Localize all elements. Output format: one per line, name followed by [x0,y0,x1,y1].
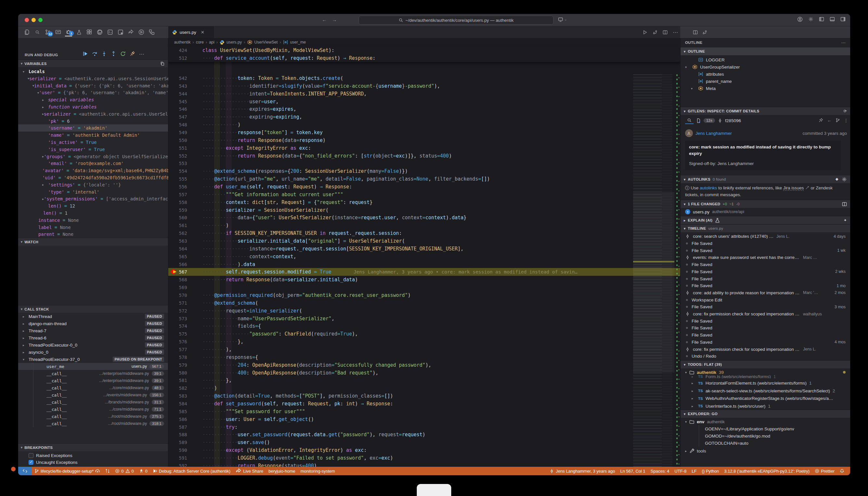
outline-item-parent_name[interactable]: parent_name [691,78,732,85]
variable-row[interactable]: ▾serializer = <authentik.core.api.users.… [18,75,168,82]
code-line-577[interactable]: 577········), [168,346,680,353]
breadcrumb-item[interactable]: UserViewSet [254,40,278,45]
breadcrumb[interactable]: authentik›core›api›users.py›UserViewSet›… [168,38,680,46]
comments-icon[interactable] [117,28,124,36]
language-mode[interactable]: {} Python [702,469,719,474]
code-line-576[interactable]: 576············}, [168,338,680,346]
code-line-552[interactable]: 552············return Response(data={"no… [168,152,680,160]
variable-row[interactable]: ▸'system_permissions' = ['access_admin_i… [18,195,168,202]
settings-gear-icon[interactable] [808,17,813,22]
code-line-553[interactable]: 553 [168,159,680,167]
restart-icon[interactable] [120,51,126,57]
outline-item-attributes[interactable]: attributes [691,71,724,78]
timeline-item[interactable]: File Saved3 mos [681,304,850,311]
callstack-thread-row[interactable]: ▸ThreadPoolExecutor-0_0PAUSED [18,341,168,348]
close-window-button[interactable] [25,18,29,22]
callstack-frame-row[interactable]: user_meusers.py567:1 [18,363,168,370]
code-area[interactable]: 542············token: Token = Token.obje… [168,74,680,467]
breadcrumb-item[interactable]: users.py [227,40,242,45]
timeline-item[interactable]: File Saved [681,275,850,282]
code-line-551[interactable]: 551········except IntegrityError as exc: [168,144,680,152]
code-line-590[interactable]: 590········except (ValidationError, Inte… [168,446,680,454]
timeline-item[interactable]: File Saved1 mo [681,282,850,290]
variable-row[interactable]: 'pk' = 6 [18,118,168,125]
callstack-frame-row[interactable]: __call__.../core/middleware.py48:1 [18,384,168,391]
explain-ai-section-header[interactable]: ▸EXPLAIN (AI) ✦ [681,216,850,224]
run-python-file-icon[interactable] [642,30,648,35]
testing-icon[interactable] [75,28,82,36]
toggle-sidebar-icon[interactable] [819,17,824,22]
indentation[interactable]: Spaces: 4 [651,469,669,474]
code-line-578[interactable]: 578········responses={ [168,353,680,361]
remote-window-icon[interactable] [55,28,62,36]
code-line-557[interactable]: 557········"""Get information about curr… [168,191,680,199]
breakpoints-section-header[interactable]: ▾BREAKPOINTS [18,444,168,451]
toggle-secondary-sidebar-icon[interactable] [840,17,846,22]
tab-users-py[interactable]: users.py ✕ [168,26,214,38]
timeline-item[interactable]: core: search users' attributes (#12740) … [681,233,850,240]
code-line-562[interactable]: 562········if SESSION_KEY_IMPERSONATE_US… [168,229,680,237]
timeline-section-header[interactable]: ▾TIMELINE users.py [681,224,850,232]
python-interpreter[interactable]: 3.12.8 ('authentik-xEAhpGPh-py3.12': Poe… [724,469,809,474]
gitlens-section-header[interactable]: ▾GITLENS: INSPECT: COMMIT DETAILS ⟳ [681,107,850,115]
variable-row[interactable]: 'avatar' = 'data:image/svg+xml;base64,PH… [18,167,168,174]
autolink-settings-icon[interactable] [842,177,847,182]
stash-count-pill[interactable]: 12± [703,118,715,123]
copy-icon[interactable] [160,61,165,66]
pull-request-icon[interactable] [107,28,114,36]
split-editor-icon[interactable] [663,30,668,35]
encoding[interactable]: UTF-8 [675,469,686,474]
variable-row[interactable]: ▾initial_data = {'user': {'pk': 6, 'user… [18,82,168,89]
changed-file-row[interactable]: ± users.py authentik/core/api [681,208,850,215]
run-task-icon[interactable] [138,28,145,36]
account-icon[interactable] [797,17,803,22]
variable-row[interactable]: parent = None [18,231,168,238]
breadcrumb-item[interactable]: core [196,40,204,45]
live-share-icon[interactable] [127,28,135,36]
code-line-424[interactable]: 424class UserViewSet(UsedByMixin, ModelV… [168,46,680,54]
code-line-580[interactable]: 580············400: OpenApiResponse(desc… [168,369,680,377]
callstack-thread-row[interactable]: ▾ThreadPoolExecutor-37_0PAUSED ON BREAKP… [18,356,168,363]
disconnect-icon[interactable] [129,51,135,57]
code-line-581[interactable]: 581········}, [168,377,680,385]
code-line-573[interactable]: 573············name="UserPasswordSetSeri… [168,315,680,323]
step-out-icon[interactable] [111,51,116,57]
timeline-item[interactable]: core: fix permission check for scoped im… [681,311,850,318]
timeline-item[interactable]: File Saved [681,325,850,332]
callstack-thread-row[interactable]: ▸Thread-6PAUSED [18,334,168,341]
variable-row[interactable]: 'is_superuser' = True [18,146,168,153]
variable-row[interactable]: 'username' = 'akadmin' [18,124,168,131]
todo-file-row[interactable]: ▸TSForm.ts (web/src/elements/forms)1 [681,374,850,378]
code-line-565[interactable]: 565················context=context, [168,253,680,261]
back-icon[interactable]: ← [827,118,832,123]
ports[interactable]: 0 [139,469,148,474]
continue-icon[interactable] [82,51,88,57]
history-forward-button[interactable]: → [332,17,337,22]
minimize-window-button[interactable] [31,18,36,22]
graph-icon[interactable] [836,118,840,123]
todo-file-row[interactable]: ▸TSak-search-select-view.ts (web/src/ele… [681,387,850,394]
code-line-579[interactable]: 579············204: OpenApiResponse(desc… [168,361,680,369]
compare-changes[interactable] [105,469,110,473]
code-line-563[interactable]: 563············serializer.initial_data["… [168,237,680,245]
outline-item-usergroupserializer[interactable]: ▾UserGroupSerializer [685,63,740,71]
callstack-frame-row[interactable]: __call__.../brands/middleware.py31:1 [18,399,168,406]
code-line-558[interactable]: 558········context: dict[str, Request] =… [168,199,680,206]
source-control-icon[interactable]: 12 [44,28,51,36]
zoom-window-button[interactable] [38,18,43,22]
code-line-559[interactable]: 559········serializer = SessionUserSeria… [168,206,680,214]
code-line-569[interactable]: 569 [168,283,680,291]
code-line-570[interactable]: 570····@permission_required(obj_perm="au… [168,291,680,299]
code-line-543[interactable]: 543················identifier=slugify(va… [168,82,680,90]
timeline-item[interactable]: core: add ability to provide reason for … [681,290,850,297]
timeline-item[interactable]: File Saved [681,261,850,268]
code-line-554[interactable]: 554····@extend_schema(responses={200: Se… [168,167,680,175]
code-line-585[interactable]: 585········"""Set password for user""" [168,408,680,416]
code-line-547[interactable]: 547················expiring=expiring, [168,113,680,121]
callstack-frame-row[interactable]: __call__.../root/middleware.py275:1 [18,413,168,420]
files-changed-section-header[interactable]: ▾1 FILE CHANGED +0 ~1 -0 [681,200,850,208]
explorer-go-section-header[interactable]: ▾EXPLORER: GO [681,409,850,418]
jira-issues-link[interactable]: Jira issues [783,185,804,191]
profile-home[interactable]: beryjuio-home [269,469,295,474]
autolinks-link[interactable]: autolinks [700,185,717,190]
